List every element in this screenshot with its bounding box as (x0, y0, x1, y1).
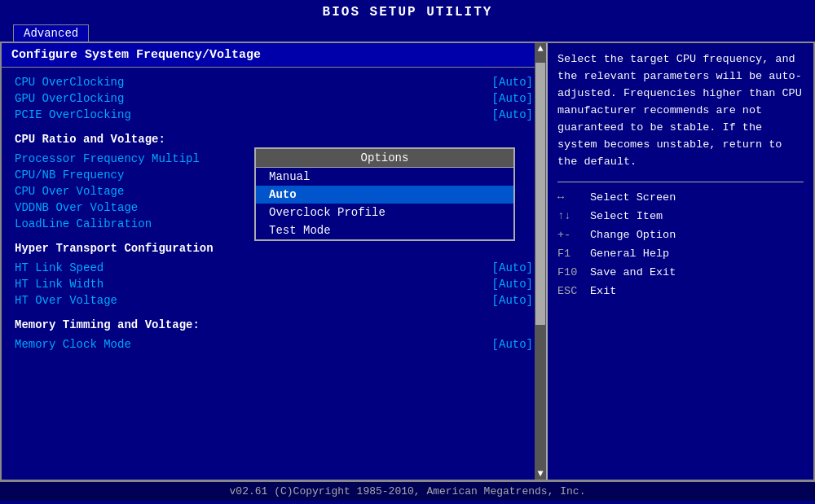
key-desc: Change Option (590, 227, 676, 244)
key-help-row: ↔ Select Screen (557, 189, 804, 208)
key-label: ESC (557, 283, 584, 300)
key-desc: Select Item (590, 208, 663, 226)
scrollbar-thumb[interactable] (535, 63, 545, 325)
setting-row[interactable]: HT Over Voltage [Auto] (2, 292, 546, 309)
key-desc: Exit (590, 283, 616, 300)
dropdown-item-test-mode[interactable]: Test Mode (256, 221, 513, 239)
key-label: +- (557, 227, 584, 244)
app-title: BIOS SETUP UTILITY (323, 5, 493, 20)
content-area: ▲ ▼ Configure System Frequency/Voltage C… (0, 42, 815, 481)
settings-group4: Memory Clock Mode [Auto] (2, 333, 546, 356)
right-panel: Select the target CPU frequency, and the… (548, 43, 813, 480)
key-label: F1 (557, 246, 584, 263)
key-help-row: F1 General Help (557, 245, 804, 264)
setting-row[interactable]: HT Link Speed [Auto] (2, 260, 546, 276)
setting-row[interactable]: CPU OverClocking [Auto] (2, 74, 546, 90)
section-header: Configure System Frequency/Voltage (2, 43, 546, 68)
key-desc: Save and Exit (590, 265, 676, 282)
settings-group3: HT Link Speed [Auto] HT Link Width [Auto… (2, 256, 546, 312)
key-help-row: ↑↓ Select Item (557, 208, 804, 226)
key-label: ↑↓ (557, 208, 584, 226)
left-panel: ▲ ▼ Configure System Frequency/Voltage C… (2, 43, 548, 480)
dropdown-title: Options (256, 149, 513, 168)
section4-title: Memory Timming and Voltage: (2, 312, 546, 333)
key-help-section: ↔ Select Screen ↑↓ Select Item +- Change… (557, 182, 804, 301)
setting-row[interactable]: HT Link Width [Auto] (2, 276, 546, 292)
dropdown-item-auto[interactable]: Auto (256, 186, 513, 204)
footer: v02.61 (C)Copyright 1985-2010, American … (0, 481, 815, 501)
key-desc: General Help (590, 246, 669, 263)
title-bar: BIOS SETUP UTILITY (0, 0, 815, 23)
settings-group1: CPU OverClocking [Auto] GPU OverClocking… (2, 71, 546, 126)
section2-title: CPU Ratio and Voltage: (2, 126, 546, 147)
tab-advanced[interactable]: Advanced (13, 24, 89, 42)
dropdown-item-overclock-profile[interactable]: Overclock Profile (256, 204, 513, 221)
tab-row: Advanced (0, 23, 815, 42)
key-help-row: +- Change Option (557, 226, 804, 245)
setting-row[interactable]: Memory Clock Mode [Auto] (2, 336, 546, 353)
dropdown-popup[interactable]: Options Manual Auto Overclock Profile Te… (254, 147, 515, 241)
key-help-row: ESC Exit (557, 283, 804, 301)
key-label: F10 (557, 265, 584, 282)
main-container: Advanced ▲ ▼ Configure System Frequency/… (0, 23, 815, 501)
key-help-row: F10 Save and Exit (557, 264, 804, 283)
key-desc: Select Screen (590, 190, 676, 207)
scroll-down-arrow[interactable]: ▼ (537, 468, 543, 480)
setting-row[interactable]: GPU OverClocking [Auto] (2, 90, 546, 107)
scroll-up-arrow[interactable]: ▲ (537, 43, 543, 55)
scrollbar: ▲ ▼ (535, 43, 546, 480)
key-label: ↔ (557, 190, 584, 207)
setting-row[interactable]: PCIE OverClocking [Auto] (2, 107, 546, 123)
help-text: Select the target CPU frequency, and the… (557, 51, 804, 170)
dropdown-item-manual[interactable]: Manual (256, 168, 513, 186)
